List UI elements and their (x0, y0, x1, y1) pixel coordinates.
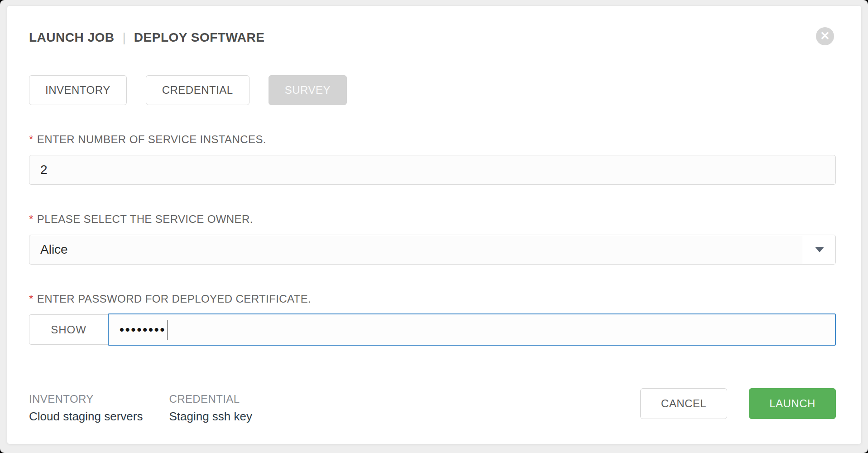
show-password-label: SHOW (51, 323, 86, 336)
tab-credential-label: CREDENTIAL (162, 84, 233, 96)
service-owner-selected-value: Alice (29, 235, 803, 264)
summary-credential-label: CREDENTIAL (169, 393, 252, 405)
select-dropdown-button[interactable] (803, 235, 835, 264)
tab-inventory-label: INVENTORY (45, 84, 110, 96)
field-label-service-owner: *PLEASE SELECT THE SERVICE OWNER. (29, 213, 836, 226)
modal-footer: INVENTORY Cloud staging servers CREDENTI… (29, 388, 836, 424)
show-password-button[interactable]: SHOW (29, 314, 108, 345)
masked-password-value: •••••••• (120, 323, 166, 336)
field-label-certificate-password: *ENTER PASSWORD FOR DEPLOYED CERTIFICATE… (29, 293, 836, 305)
certificate-password-input[interactable]: •••••••• (108, 313, 836, 346)
title-separator: | (123, 31, 126, 44)
modal-title-primary: LAUNCH JOB (29, 31, 115, 44)
selection-summary: INVENTORY Cloud staging servers CREDENTI… (29, 393, 252, 424)
tab-survey[interactable]: SURVEY (269, 75, 347, 105)
modal-title-secondary: DEPLOY SOFTWARE (134, 31, 265, 44)
launch-button[interactable]: LAUNCH (749, 388, 836, 419)
password-input-group: SHOW •••••••• (29, 313, 836, 346)
cancel-button-label: CANCEL (661, 397, 706, 410)
text-cursor (167, 320, 168, 340)
tab-inventory[interactable]: INVENTORY (29, 75, 127, 105)
summary-inventory-value: Cloud staging servers (29, 410, 143, 424)
field-label-text: PLEASE SELECT THE SERVICE OWNER. (37, 213, 253, 225)
field-label-service-instances: *ENTER NUMBER OF SERVICE INSTANCES. (29, 133, 836, 146)
required-asterisk: * (29, 133, 34, 145)
summary-credential-value: Staging ssh key (169, 410, 252, 424)
close-icon: ✕ (820, 30, 830, 42)
required-asterisk: * (29, 213, 34, 225)
service-instances-input[interactable] (29, 155, 836, 185)
close-button[interactable]: ✕ (816, 27, 834, 45)
service-owner-select[interactable]: Alice (29, 235, 836, 265)
launch-step-tabs: INVENTORY CREDENTIAL SURVEY (29, 75, 836, 105)
cancel-button[interactable]: CANCEL (640, 388, 727, 419)
field-label-text: ENTER PASSWORD FOR DEPLOYED CERTIFICATE. (37, 293, 311, 305)
chevron-down-icon (815, 247, 824, 252)
page-background: LAUNCH JOB | DEPLOY SOFTWARE ✕ INVENTORY… (0, 0, 868, 453)
summary-credential: CREDENTIAL Staging ssh key (169, 393, 252, 424)
tab-credential[interactable]: CREDENTIAL (146, 75, 249, 105)
summary-inventory: INVENTORY Cloud staging servers (29, 393, 143, 424)
tab-survey-label: SURVEY (285, 84, 331, 96)
required-asterisk: * (29, 293, 34, 305)
footer-buttons: CANCEL LAUNCH (640, 388, 836, 419)
summary-inventory-label: INVENTORY (29, 393, 143, 405)
launch-button-label: LAUNCH (769, 397, 815, 410)
modal-header: LAUNCH JOB | DEPLOY SOFTWARE ✕ (29, 31, 836, 44)
launch-job-modal: LAUNCH JOB | DEPLOY SOFTWARE ✕ INVENTORY… (7, 6, 861, 444)
field-label-text: ENTER NUMBER OF SERVICE INSTANCES. (37, 133, 266, 145)
